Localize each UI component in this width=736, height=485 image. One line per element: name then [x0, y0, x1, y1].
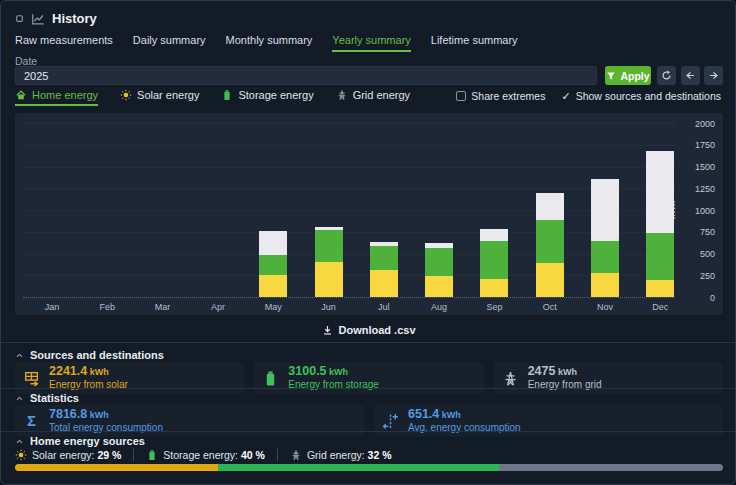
legend-value: 29 % [97, 449, 121, 461]
bar-segment-grid-dec [646, 151, 674, 233]
home-sources-stacked-bar [15, 464, 723, 471]
y-axis-tick: 250 [681, 271, 715, 281]
tab-lifetime-summary[interactable]: Lifetime summary [431, 34, 518, 52]
tab-monthly-summary[interactable]: Monthly summary [226, 34, 313, 52]
y-axis-tick: 1000 [681, 206, 715, 216]
series-tab-label: Grid energy [353, 89, 410, 101]
series-tab-label: Storage energy [238, 89, 313, 101]
card-label: Energy from storage [288, 379, 379, 391]
card-value: 651.4 kWh [408, 408, 521, 422]
bar-segment-solar-sep [480, 279, 508, 297]
svg-text:Σ: Σ [27, 413, 36, 429]
card-unit: kWh [87, 367, 109, 377]
card-label: Total energy consumption [49, 422, 163, 434]
card-value: 2241.4 kWh [49, 365, 128, 379]
legend-item-grid-energy-: Grid energy: 32 % [290, 449, 392, 461]
bar-segment-grid-nov [591, 179, 619, 241]
bar-segment-storage-dec [646, 233, 674, 280]
bar-segment-grid-aug [425, 243, 453, 248]
pin-icon[interactable] [15, 14, 24, 23]
pylon-icon [290, 449, 302, 461]
battery-icon [221, 89, 233, 101]
x-axis-tick: Sep [472, 302, 516, 312]
tab-raw-measurements[interactable]: Raw measurements [15, 34, 113, 52]
x-axis-tick: Feb [85, 302, 129, 312]
home-sources-section-title: Home energy sources [30, 435, 145, 447]
sigma-icon: Σ [23, 413, 40, 430]
x-axis-tick: Mar [141, 302, 185, 312]
avg-icon [382, 413, 399, 430]
bar-segment-grid-sep [480, 229, 508, 242]
legend-item-storage-energy-: Storage energy: 40 % [146, 449, 265, 461]
card-unit: kWh [327, 367, 349, 377]
series-tab-home-energy[interactable]: Home energy [15, 89, 98, 106]
bar-segment-storage-oct [536, 220, 564, 263]
gridline [23, 188, 675, 189]
statistics-cards: Σ7816.8 kWhTotal energy consumption651.4… [15, 405, 723, 437]
sun-icon [120, 89, 132, 101]
refresh-button[interactable] [657, 66, 676, 85]
house-icon [15, 89, 27, 101]
apply-label: Apply [620, 70, 649, 82]
gridline [23, 232, 675, 233]
bar-segment-solar-may [259, 275, 287, 297]
statistics-section-header[interactable]: Statistics [15, 392, 79, 404]
download-icon [322, 325, 333, 336]
download-label: Download .csv [338, 324, 415, 336]
gridline [23, 123, 675, 124]
next-arrow-button[interactable] [704, 66, 723, 85]
bar-segment-solar-nov [591, 273, 619, 297]
card-unit: kWh [439, 410, 461, 420]
x-axis-tick: Dec [638, 302, 682, 312]
home-sources-section-header[interactable]: Home energy sources [15, 435, 145, 447]
x-axis-tick: May [251, 302, 295, 312]
card-label: Avg. energy consumption [408, 422, 521, 434]
battery-icon [262, 370, 279, 387]
x-axis-line [23, 297, 675, 298]
checkbox-label: Share extremes [471, 90, 545, 102]
pylon-icon [502, 370, 519, 387]
checkbox-show-sources-and-destinations[interactable]: ✓Show sources and destinations [561, 90, 721, 102]
prev-arrow-button[interactable] [681, 66, 700, 85]
y-axis-tick: 1250 [681, 184, 715, 194]
y-axis-tick: 1750 [681, 140, 715, 150]
tab-daily-summary[interactable]: Daily summary [133, 34, 206, 52]
series-tab-storage-energy[interactable]: Storage energy [221, 89, 313, 106]
x-axis-tick: Jul [362, 302, 406, 312]
card-value: 2475 kWh [528, 365, 602, 379]
stacked-bar-segment-grid [499, 464, 723, 471]
date-input[interactable] [15, 66, 597, 85]
bar-segment-solar-oct [536, 263, 564, 297]
chevron-up-icon [15, 351, 24, 360]
apply-button[interactable]: Apply [605, 66, 651, 85]
bar-segment-solar-jun [315, 262, 343, 297]
home-sources-legend: Solar energy: 29 %Storage energy: 40 %Gr… [15, 448, 392, 461]
stat-card-total-energy-consumption: Σ7816.8 kWhTotal energy consumption [15, 405, 364, 437]
statistics-section-title: Statistics [30, 392, 79, 404]
bar-segment-storage-aug [425, 248, 453, 276]
line-chart-icon [31, 12, 45, 26]
gridline [23, 145, 675, 146]
y-axis-tick: 750 [681, 227, 715, 237]
x-axis-tick: Aug [417, 302, 461, 312]
x-axis-tick: Apr [196, 302, 240, 312]
page-title: History [52, 11, 97, 26]
bar-segment-storage-sep [480, 241, 508, 279]
pylon-icon [336, 89, 348, 101]
gridline [23, 210, 675, 211]
checkbox-share-extremes[interactable]: Share extremes [456, 90, 545, 102]
series-tab-grid-energy[interactable]: Grid energy [336, 89, 410, 106]
sources-section-title: Sources and destinations [30, 349, 164, 361]
legend-value: 32 % [368, 449, 392, 461]
tab-yearly-summary[interactable]: Yearly summary [332, 34, 410, 52]
sources-section-header[interactable]: Sources and destinations [15, 349, 164, 361]
divider [1, 388, 736, 389]
download-row: Download .csv [1, 324, 736, 336]
source-card-energy-from-grid: 2475 kWhEnergy from grid [494, 362, 723, 394]
legend-value: 40 % [241, 449, 265, 461]
x-axis-tick: Jan [30, 302, 74, 312]
y-axis-tick: 1500 [681, 162, 715, 172]
series-tab-solar-energy[interactable]: Solar energy [120, 89, 199, 106]
download-csv-button[interactable]: Download .csv [322, 324, 415, 336]
source-card-energy-from-storage: 3100.5 kWhEnergy from storage [254, 362, 483, 394]
